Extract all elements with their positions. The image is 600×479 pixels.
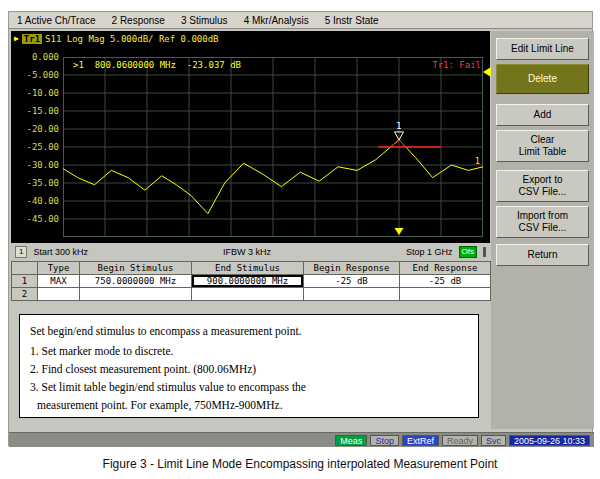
figure-caption: Figure 3 - Limit Line Mode Encompassing … bbox=[0, 457, 600, 471]
cell-begin-response-1[interactable]: -25 dB bbox=[304, 275, 400, 288]
menu-instr-state[interactable]: 5 Instr State bbox=[325, 15, 379, 26]
y-axis-label: -45.00 bbox=[13, 214, 59, 224]
row-number: 2 bbox=[12, 288, 38, 301]
cell-type-1[interactable]: MAX bbox=[38, 275, 80, 288]
softkey-label: Delete bbox=[528, 73, 557, 85]
datetime-display: 2005-09-26 10:33 bbox=[509, 435, 590, 446]
menu-stimulus[interactable]: 3 Stimulus bbox=[181, 15, 228, 26]
y-axis-label: -10.00 bbox=[13, 88, 59, 98]
cell-type-2[interactable] bbox=[38, 288, 80, 301]
ready-status-badge: Ready bbox=[442, 435, 478, 446]
table-corner-cell bbox=[12, 262, 38, 275]
note-line: 3. Set limit table begin/end stimulus va… bbox=[30, 378, 468, 396]
trace-name-badge: Tr1 bbox=[22, 34, 42, 44]
svc-status-badge: Svc bbox=[481, 435, 506, 446]
y-axis-label: -15.00 bbox=[13, 106, 59, 116]
column-header-end-response: End Response bbox=[400, 262, 491, 275]
y-axis-label: -5.000 bbox=[13, 70, 59, 80]
column-header-begin-stimulus: Begin Stimulus bbox=[80, 262, 192, 275]
bar-end-divider bbox=[483, 247, 486, 257]
column-header-end-stimulus: End Stimulus bbox=[192, 262, 304, 275]
instrument-screen: 1 Active Ch/Trace 2 Response 3 Stimulus … bbox=[8, 11, 593, 446]
column-header-begin-response: Begin Response bbox=[304, 262, 400, 275]
softkey-label: Add bbox=[534, 109, 552, 121]
sweep-status-badge: Stop bbox=[370, 435, 399, 446]
note-line: 1. Set marker mode to discrete. bbox=[30, 342, 468, 360]
y-axis-label: -40.00 bbox=[13, 196, 59, 206]
cell-end-response-2[interactable] bbox=[400, 288, 491, 301]
instrument-status-bar: Meas Stop ExtRef Ready Svc 2005-09-26 10… bbox=[9, 432, 594, 447]
note-line: Set begin/end stimulus to encompass a me… bbox=[30, 322, 468, 340]
svg-text:1: 1 bbox=[475, 157, 480, 166]
y-axis-label: -25.00 bbox=[13, 142, 59, 152]
softkey-button[interactable]: Import from CSV File... bbox=[496, 206, 589, 238]
ifbw-label: IFBW 3 kHz bbox=[94, 247, 400, 257]
softkey-label: CSV File... bbox=[519, 222, 567, 234]
cell-end-response-1[interactable]: -25 dB bbox=[400, 275, 491, 288]
menu-mkr-analysis[interactable]: 4 Mkr/Analysis bbox=[244, 15, 309, 26]
softkey-button[interactable]: Add bbox=[496, 104, 589, 126]
cell-end-stimulus-1[interactable]: 900.0000000 MHz bbox=[192, 275, 304, 288]
limit-fail-status: Tr1: Fail bbox=[432, 60, 481, 70]
softkey-label: CSV File... bbox=[519, 186, 567, 198]
softkey-label: Import from bbox=[517, 210, 568, 222]
softkey-button[interactable]: Delete bbox=[496, 64, 589, 94]
note-line: measurement point. For example, 750MHz-9… bbox=[30, 396, 468, 414]
softkey-label: Edit Limit Line bbox=[511, 43, 574, 55]
graph-area: 11 ▶ Tr1 S11 Log Mag 5.000dB/ Ref 0.000d… bbox=[11, 31, 490, 243]
meas-status-badge: Meas bbox=[335, 435, 367, 446]
softkey-button[interactable]: Edit Limit Line bbox=[496, 38, 589, 60]
channel-number-badge: 1 bbox=[15, 246, 27, 258]
annotation-note-box: Set begin/end stimulus to encompass a me… bbox=[19, 314, 479, 418]
limit-table-row-1: 1 MAX 750.0000000 MHz 900.0000000 MHz -2… bbox=[12, 275, 491, 288]
limit-table: Type Begin Stimulus End Stimulus Begin R… bbox=[11, 261, 491, 301]
y-axis-label: -35.00 bbox=[13, 178, 59, 188]
trace-indicator-icon: ▶ bbox=[14, 35, 19, 43]
softkey-label: Clear bbox=[531, 134, 555, 146]
cell-begin-stimulus-2[interactable] bbox=[80, 288, 192, 301]
offset-indicator-badge: Ofs bbox=[459, 246, 477, 258]
softkey-panel: Edit Limit Line Delete Add Clear Limit T… bbox=[491, 31, 594, 429]
cell-end-stimulus-2[interactable] bbox=[192, 288, 304, 301]
limit-table-row-2: 2 bbox=[12, 288, 491, 301]
cell-begin-stimulus-1[interactable]: 750.0000000 MHz bbox=[80, 275, 192, 288]
softkey-button[interactable]: Clear Limit Table bbox=[496, 130, 589, 162]
stop-frequency-label: Stop 1 GHz bbox=[406, 247, 453, 257]
menu-response[interactable]: 2 Response bbox=[112, 15, 165, 26]
trace-header-text: S11 Log Mag 5.000dB/ Ref 0.000dB bbox=[45, 34, 218, 44]
y-axis-label: -30.00 bbox=[13, 160, 59, 170]
note-line: 2. Find closest measurement point. (800.… bbox=[30, 360, 468, 378]
softkey-label: Return bbox=[527, 249, 557, 261]
y-axis-label: 0.000 bbox=[13, 52, 59, 62]
menu-active-ch-trace[interactable]: 1 Active Ch/Trace bbox=[17, 15, 96, 26]
cell-begin-response-2[interactable] bbox=[304, 288, 400, 301]
start-frequency-label: Start 300 kHz bbox=[33, 247, 88, 257]
y-axis-label: -20.00 bbox=[13, 124, 59, 134]
softkey-button[interactable]: Export to CSV File... bbox=[496, 170, 589, 202]
menu-bar: 1 Active Ch/Trace 2 Response 3 Stimulus … bbox=[9, 12, 592, 29]
limit-table-header-row: Type Begin Stimulus End Stimulus Begin R… bbox=[12, 262, 491, 275]
trace-header: ▶ Tr1 S11 Log Mag 5.000dB/ Ref 0.000dB bbox=[14, 33, 218, 44]
softkey-button[interactable]: Return bbox=[496, 244, 589, 266]
svg-text:1: 1 bbox=[396, 121, 401, 131]
softkey-label: Limit Table bbox=[519, 146, 567, 158]
softkey-label: Export to bbox=[522, 174, 562, 186]
extref-status-badge: ExtRef bbox=[402, 435, 439, 446]
softkey-pointer-icon bbox=[483, 67, 491, 77]
stimulus-bar: 1 Start 300 kHz IFBW 3 kHz Stop 1 GHz Of… bbox=[11, 245, 490, 259]
plot-svg: 11 bbox=[63, 57, 483, 237]
marker-readout: >1 800.0600000 MHz -23.037 dB bbox=[73, 60, 241, 70]
row-number: 1 bbox=[12, 275, 38, 288]
column-header-type: Type bbox=[38, 262, 80, 275]
